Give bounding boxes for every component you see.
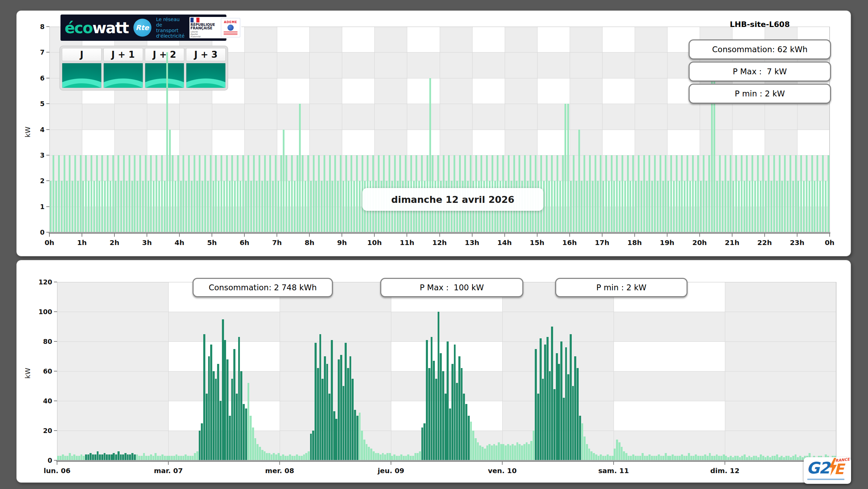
x-tick-mark [472, 234, 473, 237]
bar [148, 181, 149, 232]
y-tick-label: 60 [43, 367, 52, 375]
y-tick-label: 2 [40, 177, 45, 185]
bar [380, 454, 382, 460]
bar [250, 416, 252, 460]
bar [99, 181, 100, 232]
bar [393, 454, 395, 460]
bar [719, 155, 721, 232]
g2e-logo: FRANCE G2 E [804, 457, 851, 484]
bar [101, 155, 103, 232]
bar [172, 155, 174, 232]
bar [440, 353, 442, 460]
bar [328, 394, 330, 461]
bar [307, 155, 309, 232]
bar [333, 411, 335, 460]
bar [665, 155, 666, 232]
bar [784, 155, 786, 232]
tab-day-j3[interactable]: J + 3 [186, 48, 226, 61]
bar [746, 155, 748, 232]
bar [614, 449, 616, 460]
bar [50, 181, 52, 232]
bar [347, 368, 349, 460]
bar [124, 453, 127, 461]
bar [62, 454, 64, 460]
bar [91, 155, 92, 232]
y-tick-mark [54, 341, 57, 342]
bar [512, 444, 514, 460]
bar [735, 155, 737, 232]
bar [681, 155, 683, 232]
bar [229, 181, 231, 232]
bar [586, 444, 588, 460]
bar [334, 155, 336, 232]
bar [433, 361, 435, 460]
bar [465, 404, 467, 460]
bar [126, 181, 128, 232]
bar [259, 155, 260, 232]
bar [389, 453, 391, 461]
bar [299, 104, 301, 232]
bar [69, 155, 71, 232]
bar [762, 155, 764, 232]
tab-day-j1[interactable]: J + 1 [103, 48, 143, 61]
bar [616, 440, 618, 460]
bar [643, 155, 645, 232]
bar [283, 130, 284, 233]
bar [319, 334, 321, 461]
rte-tagline: Le réseau de transport d'électricité [156, 17, 185, 39]
bar [703, 155, 704, 232]
bar [377, 453, 379, 461]
x-tick-label: 6h [240, 238, 249, 247]
bar [438, 312, 440, 460]
bar [96, 155, 98, 232]
bar [607, 454, 609, 460]
tab-day-j[interactable]: J [62, 48, 102, 61]
bar [716, 454, 718, 460]
bar [175, 181, 176, 232]
bar [564, 104, 566, 232]
x-tick-label: 1h [77, 238, 87, 247]
tab-day-j2[interactable]: J + 2 [145, 48, 185, 61]
bar [243, 404, 245, 460]
bar [605, 155, 607, 232]
y-tick-mark [46, 180, 49, 181]
bar [790, 155, 791, 232]
bar [361, 431, 363, 460]
bar [73, 454, 75, 460]
bar [280, 155, 282, 232]
bar [366, 444, 368, 460]
bar [99, 454, 101, 460]
bar [345, 343, 347, 460]
bar [472, 431, 474, 460]
bar [303, 454, 305, 460]
bar [81, 454, 83, 460]
bar [567, 104, 569, 232]
bar [542, 379, 544, 461]
bar [554, 181, 556, 232]
bar [442, 371, 444, 460]
bar [233, 349, 235, 461]
ademe-subtitle-lines [224, 31, 237, 35]
bar [635, 181, 637, 232]
bar [426, 340, 428, 460]
bar [672, 454, 674, 460]
bar [624, 181, 626, 232]
bar [521, 445, 523, 460]
bar [588, 449, 590, 460]
bar [551, 327, 553, 460]
bar [150, 155, 152, 232]
bar [337, 181, 339, 232]
weekly-power-chart: lun. 06mar. 07mer. 08jeu. 09ven. 10sam. … [57, 282, 836, 460]
bar [240, 371, 242, 460]
x-tick-mark [602, 234, 603, 237]
x-tick-label: 16h [562, 238, 577, 247]
bar [540, 338, 542, 460]
bar [215, 379, 217, 461]
x-tick-mark [57, 462, 57, 465]
bar [488, 444, 491, 460]
republique-motto: Liberté Égalité Fraternité [190, 30, 220, 38]
bar [112, 155, 114, 232]
bar [268, 453, 270, 461]
bar [312, 431, 314, 460]
bar [353, 181, 355, 232]
